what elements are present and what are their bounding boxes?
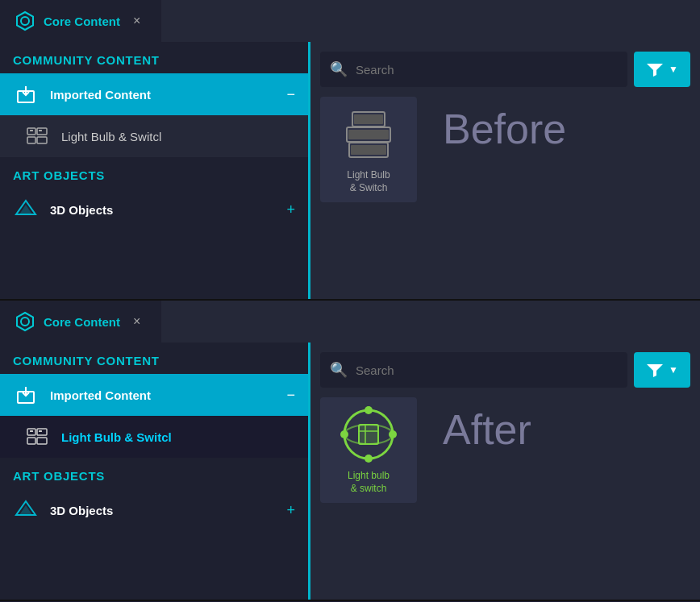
3d-label-before: 3D Objects bbox=[50, 203, 275, 217]
svg-rect-25 bbox=[27, 438, 35, 444]
tab-bar-before: Core Content × bbox=[0, 0, 700, 42]
search-bar-before: 🔍 ▼ bbox=[320, 52, 690, 87]
sidebar-item-imported-after[interactable]: Imported Content − bbox=[0, 374, 308, 416]
art-header-before: ART OBJECTS bbox=[0, 157, 308, 189]
svg-marker-18 bbox=[17, 313, 33, 330]
svg-rect-15 bbox=[348, 130, 389, 139]
right-panel-before: 🔍 ▼ bbox=[310, 42, 700, 299]
tile-label-before: Light Bulb& Switch bbox=[347, 169, 390, 194]
collapse-icon-after: − bbox=[286, 387, 295, 404]
tab-close-after[interactable]: × bbox=[133, 314, 140, 329]
search-icon-before: 🔍 bbox=[330, 60, 348, 78]
filter-chevron-before: ▼ bbox=[669, 64, 678, 75]
svg-rect-5 bbox=[37, 128, 47, 135]
sidebar-item-imported-before[interactable]: Imported Content − bbox=[0, 73, 308, 115]
imported-icon-after bbox=[13, 382, 39, 408]
sidebar-before: COMMUNITY CONTENT Imported Content − bbox=[0, 42, 310, 299]
expand-icon-3d-after: + bbox=[286, 502, 295, 519]
svg-point-19 bbox=[21, 318, 29, 326]
svg-rect-17 bbox=[351, 145, 386, 155]
sidebar-item-3d-before[interactable]: 3D Objects + bbox=[0, 189, 308, 230]
svg-rect-26 bbox=[37, 438, 47, 444]
main-area-after: COMMUNITY CONTENT Imported Content − bbox=[0, 343, 700, 600]
filter-button-before[interactable]: ▼ bbox=[634, 52, 690, 87]
tile-icon-before bbox=[340, 105, 398, 163]
search-input-before[interactable] bbox=[356, 63, 618, 77]
svg-point-32 bbox=[365, 406, 373, 414]
svg-point-1 bbox=[21, 17, 29, 25]
right-panel-after: 🔍 ▼ bbox=[310, 343, 700, 600]
filter-button-after[interactable]: ▼ bbox=[634, 352, 690, 388]
svg-marker-11 bbox=[647, 64, 663, 77]
svg-rect-36 bbox=[359, 425, 378, 444]
tab-bar-after: Core Content × bbox=[0, 301, 700, 343]
svg-marker-29 bbox=[647, 364, 663, 377]
content-tile-before[interactable]: Light Bulb& Switch bbox=[320, 97, 417, 202]
after-panel: Core Content × COMMUNITY CONTENT Importe… bbox=[0, 301, 700, 601]
filter-icon-after bbox=[646, 363, 664, 377]
search-input-after[interactable] bbox=[356, 363, 618, 377]
sidebar-item-3d-after[interactable]: 3D Objects + bbox=[0, 489, 308, 531]
search-input-wrap-after: 🔍 bbox=[320, 352, 627, 388]
svg-rect-24 bbox=[39, 430, 42, 432]
core-content-icon-after bbox=[15, 311, 35, 332]
sidebar-sub-lightbulb-before[interactable]: Light Bulb & Switcl bbox=[0, 115, 308, 157]
svg-rect-8 bbox=[37, 137, 47, 143]
svg-rect-7 bbox=[27, 137, 35, 143]
search-bar-after: 🔍 ▼ bbox=[320, 352, 690, 388]
imported-label-before: Imported Content bbox=[50, 88, 275, 102]
filter-chevron-after: ▼ bbox=[669, 364, 678, 376]
svg-rect-6 bbox=[39, 130, 42, 131]
svg-point-34 bbox=[340, 430, 348, 438]
svg-rect-13 bbox=[354, 114, 383, 124]
community-header-before: COMMUNITY CONTENT bbox=[0, 42, 308, 73]
svg-rect-23 bbox=[37, 429, 47, 435]
sidebar-sub-lightbulb-after[interactable]: Light Bulb & Switcl bbox=[0, 416, 308, 458]
svg-rect-22 bbox=[30, 430, 33, 432]
svg-point-35 bbox=[389, 430, 397, 438]
core-content-icon bbox=[15, 10, 35, 31]
filter-icon-before bbox=[646, 62, 664, 77]
main-area-before: COMMUNITY CONTENT Imported Content − bbox=[0, 42, 700, 299]
tab-core-content-after[interactable]: Core Content × bbox=[0, 301, 161, 343]
svg-marker-0 bbox=[17, 12, 33, 30]
content-tile-after[interactable]: Light bulb& switch bbox=[320, 397, 417, 503]
before-panel: Core Content × COMMUNITY CONTENT Importe… bbox=[0, 0, 700, 301]
tile-label-after: Light bulb& switch bbox=[348, 470, 390, 495]
lightbulb-label-after: Light Bulb & Switcl bbox=[61, 430, 295, 444]
imported-label-after: Imported Content bbox=[50, 388, 275, 402]
tab-core-content-before[interactable]: Core Content × bbox=[0, 0, 161, 42]
content-area-before: Light Bulb& Switch Before bbox=[320, 97, 690, 289]
collapse-icon-before: − bbox=[286, 86, 295, 103]
svg-point-33 bbox=[365, 455, 373, 463]
after-label: After bbox=[443, 405, 531, 454]
tab-title-before: Core Content bbox=[44, 15, 120, 28]
before-label: Before bbox=[443, 105, 566, 153]
sidebar-after: COMMUNITY CONTENT Imported Content − bbox=[0, 343, 310, 600]
3d-label-after: 3D Objects bbox=[50, 504, 275, 517]
content-area-after: Light bulb& switch After bbox=[320, 397, 690, 590]
3d-objects-icon-after bbox=[13, 497, 39, 523]
tab-close-before[interactable]: × bbox=[133, 14, 140, 28]
search-icon-after: 🔍 bbox=[330, 361, 348, 379]
3d-objects-icon-before bbox=[13, 197, 39, 222]
art-header-after: ART OBJECTS bbox=[0, 458, 308, 489]
svg-rect-4 bbox=[30, 130, 33, 131]
lightbulb-switch-icon-after bbox=[24, 424, 50, 450]
search-input-wrap-before: 🔍 bbox=[320, 52, 627, 87]
imported-icon-before bbox=[13, 81, 39, 107]
lightbulb-label-before: Light Bulb & Switcl bbox=[61, 130, 295, 143]
tile-icon-after bbox=[340, 405, 398, 463]
expand-icon-3d-before: + bbox=[286, 201, 295, 218]
lightbulb-switch-icon-before bbox=[24, 123, 50, 149]
community-header-after: COMMUNITY CONTENT bbox=[0, 343, 308, 374]
tab-title-after: Core Content bbox=[44, 315, 120, 329]
